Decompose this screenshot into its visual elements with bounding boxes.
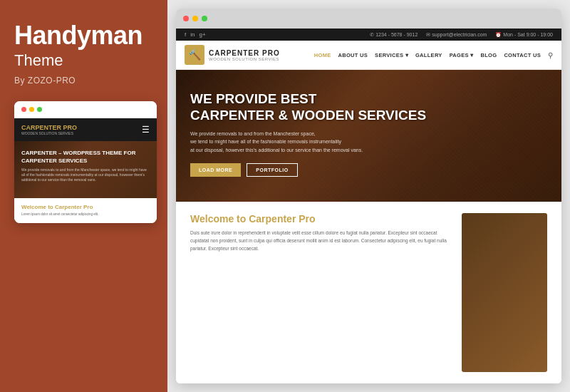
mobile-welcome-section: Welcome to Carpenter Pro Lorem ipsum dol… xyxy=(14,198,157,223)
logo-sub-text: WOODEN SOLUTION SERVIES xyxy=(209,57,280,61)
phone-info: ✆ 1234 - 5678 - 9012 xyxy=(370,32,418,38)
site-logo: 🔨 CARPENTER PRO WOODEN SOLUTION SERVIES xyxy=(185,45,280,65)
browser-dot-yellow xyxy=(192,16,198,21)
hero-content: WE PROVIDE BEST CARPENTER & WOODEN SERVI… xyxy=(176,70,561,191)
portfolio-button[interactable]: PORTFOLIO xyxy=(247,163,297,177)
nav-services[interactable]: SERVICES ▾ xyxy=(375,52,408,58)
right-panel: f in g+ ✆ 1234 - 5678 - 9012 ✉ support@e… xyxy=(167,0,570,392)
hero-section: WE PROVIDE BEST CARPENTER & WOODEN SERVI… xyxy=(176,70,561,202)
hero-description: We provide removals to and from the Manc… xyxy=(190,130,390,155)
welcome-section: Welcome to Carpenter Pro Duis aute irure… xyxy=(176,202,561,383)
linkedin-icon[interactable]: in xyxy=(190,31,195,38)
mobile-preview-card: CARPENTER PRO WOODEN SOLUTION SERVIES ☰ … xyxy=(14,101,157,224)
nav-about[interactable]: ABOUT US xyxy=(338,52,368,58)
dot-green xyxy=(37,107,42,112)
browser-window: f in g+ ✆ 1234 - 5678 - 9012 ✉ support@e… xyxy=(176,9,561,383)
mobile-site-header: CARPENTER PRO WOODEN SOLUTION SERVIES ☰ xyxy=(14,118,157,142)
logo-text-area: CARPENTER PRO WOODEN SOLUTION SERVIES xyxy=(209,49,280,61)
welcome-image xyxy=(462,213,547,372)
browser-content: f in g+ ✆ 1234 - 5678 - 9012 ✉ support@e… xyxy=(176,29,561,383)
hero-buttons: LOAD MORE PORTFOLIO xyxy=(190,163,547,177)
welcome-text: Welcome to Carpenter Pro Duis aute irure… xyxy=(190,213,450,372)
mobile-welcome-body: Lorem ipsum dolor sit amet consectetur a… xyxy=(21,212,150,217)
nav-gallery[interactable]: GALLERY xyxy=(415,52,442,58)
mobile-hero-description: We provide removals to and from the Manc… xyxy=(21,167,150,182)
topbar-contact-info: ✆ 1234 - 5678 - 9012 ✉ support@electrici… xyxy=(370,32,553,38)
nav-blog[interactable]: BLOG xyxy=(481,52,497,58)
hero-title: WE PROVIDE BEST CARPENTER & WOODEN SERVI… xyxy=(190,91,547,124)
mobile-welcome-highlight: Carpenter Pro xyxy=(55,204,93,210)
logo-icon: 🔨 xyxy=(185,45,204,65)
mobile-welcome-title: Welcome to Carpenter Pro xyxy=(21,204,150,210)
social-links: f in g+ xyxy=(185,31,206,38)
search-icon[interactable]: ⚲ xyxy=(548,51,553,59)
browser-dot-green xyxy=(202,16,207,21)
mobile-logo: CARPENTER PRO WOODEN SOLUTION SERVIES xyxy=(21,124,77,136)
theme-name: Handyman xyxy=(14,21,142,50)
mobile-hero-title: Carpenter – WordPress theme for carpente… xyxy=(21,150,150,165)
mobile-hero-content: Carpenter – WordPress theme for carpente… xyxy=(21,150,150,182)
welcome-highlight: Carpenter Pro xyxy=(249,213,315,225)
welcome-body: Duis aute irure dolor in reprehenderit i… xyxy=(190,229,450,252)
nav-home[interactable]: HOME xyxy=(314,52,331,58)
hours-info: ⏰ Mon - Sat 9:00 - 19:00 xyxy=(495,32,553,38)
site-header: 🔨 CARPENTER PRO WOODEN SOLUTION SERVIES … xyxy=(176,41,561,70)
googleplus-icon[interactable]: g+ xyxy=(199,31,205,38)
email-info: ✉ support@electrician.com xyxy=(426,32,487,38)
site-topbar: f in g+ ✆ 1234 - 5678 - 9012 ✉ support@e… xyxy=(176,29,561,41)
browser-titlebar xyxy=(176,9,561,29)
hamburger-icon[interactable]: ☰ xyxy=(142,125,150,135)
welcome-title: Welcome to Carpenter Pro xyxy=(190,213,450,225)
nav-pages[interactable]: PAGES ▾ xyxy=(450,52,474,58)
mobile-hero-section: Carpenter – WordPress theme for carpente… xyxy=(14,141,157,198)
facebook-icon[interactable]: f xyxy=(185,31,186,38)
mobile-preview-body: CARPENTER PRO WOODEN SOLUTION SERVIES ☰ … xyxy=(14,118,157,224)
dot-yellow xyxy=(29,107,34,112)
left-panel: Handyman Theme By ZOZO-PRO CARPENTER PRO… xyxy=(0,0,167,392)
nav-contact[interactable]: CONTACT US xyxy=(504,52,541,58)
browser-dot-red xyxy=(183,16,189,21)
site-navigation: HOME ABOUT US SERVICES ▾ GALLERY PAGES ▾… xyxy=(314,51,553,59)
load-more-button[interactable]: LOAD MORE xyxy=(190,163,241,177)
theme-author: By ZOZO-PRO xyxy=(14,76,76,86)
theme-type: Theme xyxy=(14,51,63,70)
mobile-preview-titlebar xyxy=(14,101,157,118)
logo-main-text: CARPENTER PRO xyxy=(209,49,280,57)
dot-red xyxy=(21,107,26,112)
